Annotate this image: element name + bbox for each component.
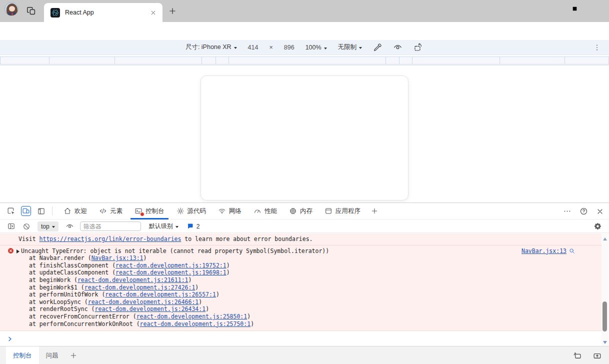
device-select[interactable]: 尺寸: iPhone XR bbox=[186, 43, 237, 52]
source-link[interactable]: react-dom.development.js:19752:1 bbox=[116, 262, 226, 269]
stack-frame-text: ) bbox=[226, 269, 230, 276]
live-expression-eye-icon[interactable] bbox=[66, 222, 74, 230]
media-query-segment[interactable] bbox=[49, 56, 115, 64]
console-message: Visit https://reactjs.org/link/error-bou… bbox=[0, 234, 602, 246]
drawer-rotate-icon[interactable] bbox=[573, 351, 582, 360]
device-toolbar-more-icon[interactable] bbox=[593, 44, 601, 52]
message-text: to learn more about error boundaries. bbox=[181, 236, 312, 242]
window-controls bbox=[540, 0, 609, 17]
context-selector[interactable]: top bbox=[38, 222, 58, 232]
browser-tab[interactable]: React App bbox=[44, 3, 162, 22]
tab-application[interactable]: 应用程序 bbox=[318, 203, 366, 220]
stack-frame-text: ) bbox=[188, 276, 192, 284]
throttling-select[interactable]: 无限制 bbox=[338, 43, 362, 52]
stack-frame: at recoverFromConcurrentError (react-dom… bbox=[21, 313, 602, 320]
media-query-segment[interactable] bbox=[216, 56, 229, 64]
source-link[interactable]: react-dom.development.js:26466:1 bbox=[88, 298, 199, 306]
maximize-button[interactable] bbox=[563, 0, 586, 17]
device-emulation-toggle-icon[interactable] bbox=[21, 206, 31, 216]
workspaces-icon[interactable] bbox=[26, 6, 37, 16]
error-source-link[interactable]: NavBar.jsx:13 bbox=[522, 248, 566, 255]
tab-elements[interactable]: 元素 bbox=[93, 203, 128, 220]
media-query-segment[interactable] bbox=[500, 56, 565, 64]
console-scrollbar[interactable] bbox=[602, 234, 608, 348]
rotate-device-icon[interactable] bbox=[414, 42, 424, 52]
media-query-segment[interactable] bbox=[399, 56, 412, 64]
console-sidebar-icon[interactable] bbox=[7, 222, 16, 230]
media-query-segment[interactable] bbox=[114, 56, 202, 64]
device-height-field[interactable]: 896 bbox=[284, 44, 294, 51]
magnifier-icon[interactable] bbox=[568, 248, 576, 254]
stack-frame-text: at updateClassComponent ( bbox=[29, 269, 116, 276]
devtools-panel: 欢迎 元素 控制台 源代码 网络 bbox=[0, 202, 609, 364]
media-query-segment[interactable] bbox=[202, 56, 216, 64]
minimize-button[interactable] bbox=[540, 0, 563, 17]
source-link[interactable]: react-dom.development.js:25850:1 bbox=[136, 313, 248, 320]
zoom-select[interactable]: 100% bbox=[306, 44, 327, 51]
more-options-icon[interactable] bbox=[563, 207, 572, 216]
media-query-segment[interactable] bbox=[386, 56, 400, 64]
drawer-right-icons bbox=[573, 346, 602, 364]
error-boundaries-link[interactable]: https://reactjs.org/link/error-boundarie… bbox=[40, 236, 182, 242]
stack-frame: at performUnitOfWork (react-dom.developm… bbox=[21, 291, 602, 298]
drawer-tab-issues[interactable]: 问题 bbox=[39, 346, 66, 364]
tab-memory[interactable]: 内存 bbox=[283, 203, 318, 220]
help-icon[interactable] bbox=[580, 207, 588, 216]
media-query-segment[interactable] bbox=[564, 56, 609, 64]
media-query-segment[interactable] bbox=[412, 56, 500, 64]
source-link[interactable]: react-dom.development.js:27426:1 bbox=[84, 284, 196, 291]
more-tabs-button[interactable] bbox=[370, 207, 378, 215]
device-width-field[interactable]: 414 bbox=[248, 44, 258, 51]
dock-side-icon[interactable] bbox=[36, 206, 46, 216]
scroll-down-arrow[interactable] bbox=[603, 341, 607, 346]
filter-input[interactable] bbox=[80, 222, 141, 231]
source-link[interactable]: NavBar.jsx:13:1 bbox=[92, 254, 144, 262]
issues-count: 2 bbox=[196, 223, 200, 230]
stack-frame-text: ) bbox=[216, 291, 220, 298]
tab-welcome[interactable]: 欢迎 bbox=[58, 203, 93, 220]
stack-frame: at updateClassComponent (react-dom.devel… bbox=[21, 269, 602, 276]
profile-avatar[interactable] bbox=[4, 2, 18, 16]
stack-frame: at renderRootSync (react-dom.development… bbox=[21, 306, 602, 313]
media-query-bar[interactable] bbox=[0, 55, 609, 66]
error-message-text: Uncaught TypeError: object is not iterab… bbox=[21, 248, 329, 254]
device-select-label: 尺寸: iPhone XR bbox=[186, 44, 232, 50]
drawer-tab-console[interactable]: 控制台 bbox=[6, 346, 39, 364]
tab-console[interactable]: 控制台 bbox=[128, 203, 170, 220]
source-link[interactable]: react-dom.development.js:26434:1 bbox=[95, 306, 206, 312]
context-label: top bbox=[41, 223, 50, 230]
tab-sources[interactable]: 源代码 bbox=[170, 203, 212, 220]
scroll-up-arrow[interactable] bbox=[603, 236, 607, 240]
source-link[interactable]: react-dom.development.js:25750:1 bbox=[140, 320, 251, 328]
eyedropper-icon[interactable] bbox=[373, 43, 382, 52]
scrollbar-thumb[interactable] bbox=[602, 302, 607, 332]
title-bar: React App bbox=[0, 0, 609, 22]
source-link[interactable]: react-dom.development.js:19698:1 bbox=[116, 269, 226, 276]
tab-label: 内存 bbox=[300, 207, 312, 216]
source-link[interactable]: react-dom.development.js:26557:1 bbox=[105, 291, 216, 298]
vision-emulation-icon[interactable] bbox=[393, 42, 402, 52]
source-link[interactable]: react-dom.development.js:21611:1 bbox=[78, 276, 188, 284]
react-favicon-icon bbox=[50, 8, 60, 18]
inspect-element-icon[interactable] bbox=[6, 206, 16, 216]
zoom-select-label: 100% bbox=[306, 44, 322, 51]
media-query-segment[interactable] bbox=[228, 56, 386, 64]
drawer-add-tab-button[interactable] bbox=[70, 346, 78, 364]
tab-close-icon[interactable] bbox=[150, 10, 156, 16]
drawer-expand-icon[interactable] bbox=[592, 351, 602, 360]
stack-frame-text: at finishClassComponent ( bbox=[29, 262, 116, 269]
code-brackets-icon bbox=[99, 207, 107, 215]
tab-performance[interactable]: 性能 bbox=[248, 203, 283, 220]
device-emulation-toolbar: 尺寸: iPhone XR 414 × 896 100% 无限制 bbox=[0, 40, 609, 55]
console-settings-gear-icon[interactable] bbox=[594, 222, 602, 230]
log-level-selector[interactable]: 默认级别 bbox=[149, 222, 178, 230]
close-button[interactable] bbox=[586, 0, 609, 17]
media-query-segment[interactable] bbox=[0, 56, 50, 64]
clear-console-icon[interactable] bbox=[22, 222, 30, 230]
expand-triangle-icon[interactable] bbox=[16, 250, 22, 254]
stack-frame-text: at Navbar.render ( bbox=[29, 254, 92, 262]
tab-network[interactable]: 网络 bbox=[212, 203, 248, 220]
close-devtools-icon[interactable] bbox=[596, 208, 604, 216]
new-tab-button[interactable] bbox=[168, 6, 177, 16]
issues-counter[interactable]: 2 bbox=[186, 222, 200, 230]
